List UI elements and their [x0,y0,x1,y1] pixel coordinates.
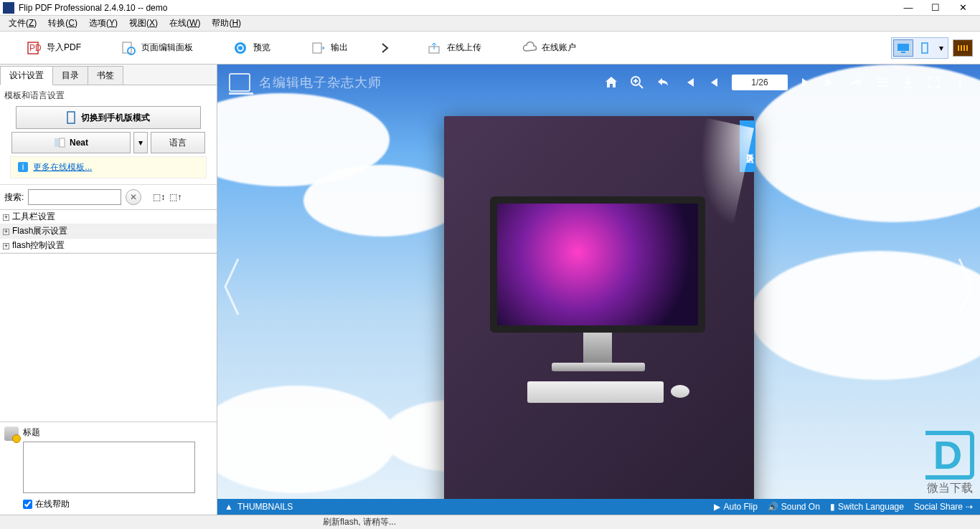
online-help-checkbox[interactable]: 在线帮助 [23,498,212,510]
expand-all-icon[interactable]: ⬚↕ [153,192,165,202]
play-icon: ▶ [714,502,720,512]
triangle-up-icon: ▲ [225,502,233,512]
monitor-graphic [490,196,705,333]
template-icon [54,138,65,148]
tab-design[interactable]: 设计设置 [0,66,53,85]
preview-header: 名编辑电子杂志大师 1/26 i [217,65,980,100]
sound-button[interactable]: 🔊Sound On [768,502,820,512]
search-input[interactable] [28,189,121,205]
svg-rect-8 [901,52,905,53]
account-button[interactable]: 在线账户 [502,36,595,60]
settings-tree: +工具栏设置 +Flash展示设置 +flash控制设置 [0,209,217,254]
tab-toc[interactable]: 目录 [52,66,88,85]
preview-footer: ▲ THUMBNAILS ▶Auto Flip 🔊Sound On ▮Switc… [217,499,980,515]
output-icon [311,41,325,55]
svg-rect-14 [966,45,968,51]
upload-button[interactable]: 在线上传 [407,36,501,60]
download-icon[interactable] [900,74,917,91]
first-page-icon[interactable] [680,74,697,91]
menu-options[interactable]: 选项(Y) [83,16,123,31]
home-icon[interactable] [603,74,620,91]
more-templates-link[interactable]: 更多在线模板... [33,162,92,172]
search-clear-button[interactable]: ✕ [126,189,141,205]
switch-language-button[interactable]: ▮Switch Language [830,502,904,512]
page-indicator[interactable]: 1/26 [732,75,788,90]
brand-text: 名编辑电子杂志大师 [259,74,382,91]
status-text: 刷新flash, 请稍等... [323,516,396,528]
close-button[interactable]: ✕ [956,2,970,13]
next-arrow[interactable] [951,208,980,366]
prev-page-icon[interactable] [706,74,723,91]
tree-flash-control[interactable]: +flash控制设置 [0,239,217,253]
preview-pane: 名编辑电子杂志大师 1/26 i 进入目录页 Click [217,65,980,515]
svg-point-4 [235,42,246,54]
svg-rect-5 [313,43,321,53]
svg-rect-16 [55,138,59,147]
menu-online[interactable]: 在线(W) [164,16,206,31]
info-icon[interactable]: i [951,74,969,91]
menu-help[interactable]: 帮助(H) [206,16,247,31]
brand-logo-icon [229,73,250,92]
tree-toolbar-settings[interactable]: +工具栏设置 [0,210,217,224]
menu-icon[interactable] [874,74,891,91]
title-bar: Flip PDF Professional 2.4.9.10 -- demo —… [0,0,980,16]
menu-convert[interactable]: 转换(C) [42,16,83,31]
tree-flash-display[interactable]: +Flash展示设置 [0,224,217,239]
book-page[interactable]: 进入目录页 Click to view in fullscreen [444,116,754,515]
watermark-logo-icon: D [925,431,974,480]
svg-rect-15 [67,112,75,123]
upload-icon [427,41,441,55]
view-code-button[interactable] [953,39,973,57]
mobile-icon [67,111,75,124]
svg-rect-17 [60,138,65,147]
minimize-button[interactable]: — [901,2,915,13]
auto-flip-button[interactable]: ▶Auto Flip [714,502,757,512]
last-page-icon[interactable] [822,74,839,91]
import-pdf-button[interactable]: PDF 导入PDF [7,36,100,60]
refresh-icon [233,41,248,55]
app-icon [3,2,14,14]
maximize-button[interactable]: ☐ [928,2,943,13]
template-select-button[interactable]: Neat [11,132,131,153]
svg-rect-9 [922,43,928,53]
share-icon: ⇢ [966,502,973,512]
collapse-all-icon[interactable]: ⬚↑ [169,192,182,202]
chevron-right-icon [380,41,395,55]
template-dropdown-button[interactable]: ▾ [133,132,148,153]
view-desktop-button[interactable] [893,39,913,57]
switch-mobile-button[interactable]: 切换到手机版模式 [16,106,201,129]
output-button[interactable]: 输出 [291,36,367,60]
svg-rect-13 [963,45,965,51]
next-page-icon[interactable] [796,74,814,91]
sidebar-tabs: 设计设置 目录 书签 [0,65,217,85]
view-mode-group: ▾ [891,37,948,59]
pdf-icon: PDF [27,41,41,55]
undo-icon[interactable] [654,74,672,91]
menu-view[interactable]: 视图(X) [123,16,164,31]
language-button[interactable]: 语言 [151,132,205,153]
view-mobile-button[interactable] [915,39,935,57]
view-dropdown-button[interactable]: ▾ [936,39,946,57]
toolbar: PDF 导入PDF 页面编辑面板 预览 输出 在线上传 在线账户 ▾ [0,32,980,65]
redo-icon[interactable] [848,74,865,91]
page-editor-button[interactable]: 页面编辑面板 [102,36,212,60]
sound-icon: 🔊 [768,502,778,512]
keyboard-graphic [527,381,664,403]
watermark: D 微当下载 [925,431,974,496]
zoom-in-icon[interactable] [628,74,646,91]
social-share-button[interactable]: Social Share⇢ [914,502,973,512]
title-textarea[interactable] [23,442,195,493]
thumbnails-button[interactable]: ▲ THUMBNAILS [225,502,293,512]
svg-rect-12 [961,45,962,51]
search-row: 搜索: ✕ ⬚↕ ⬚↑ [0,185,217,209]
status-bar: 刷新flash, 请稍等... [0,515,980,529]
title-panel: 标题 在线帮助 [0,421,217,515]
search-label: 搜索: [4,191,24,204]
tab-bookmark[interactable]: 书签 [88,66,123,85]
apply-icon[interactable] [4,426,19,441]
svg-text:PDF: PDF [29,43,41,53]
fullscreen-icon[interactable] [925,74,943,91]
menu-file[interactable]: 文件(Z) [3,16,42,31]
prev-arrow[interactable] [217,208,246,366]
preview-button[interactable]: 预览 [214,36,290,60]
